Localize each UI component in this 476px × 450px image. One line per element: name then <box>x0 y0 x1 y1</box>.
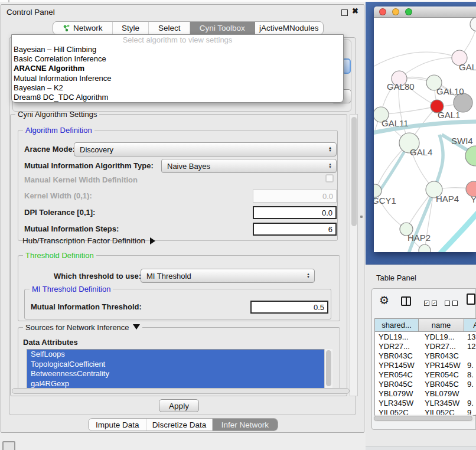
network-edge[interactable] <box>399 58 459 79</box>
tab-infer-network[interactable]: Infer Network <box>213 419 278 431</box>
table-row[interactable]: YDR27...YDR27...12 <box>375 341 476 351</box>
mi-type-select[interactable]: Naive Bayes ▲▼ <box>161 159 337 173</box>
table-row[interactable]: YBR043CYBR043C <box>375 351 476 360</box>
tab-discretize-data[interactable]: Discretize Data <box>146 419 212 431</box>
attribute-item[interactable]: TopologicalCoefficient <box>27 360 324 370</box>
aracne-mode-select[interactable]: Discovery ▲▼ <box>74 142 337 156</box>
dropdown-item[interactable]: Basic Correlation Inference <box>12 54 343 64</box>
which-threshold-label: Which threshold to use: <box>54 272 141 281</box>
group-title: MI Threshold Definition <box>30 285 113 294</box>
column-header[interactable]: name <box>419 319 464 332</box>
checked-box-icon[interactable]: ✓ <box>432 301 437 306</box>
table-row[interactable]: YDL19...YDL19...13 <box>375 332 476 341</box>
node-label: GAL4 <box>410 147 432 157</box>
which-threshold-select[interactable]: MI Threshold ▲▼ <box>141 269 315 283</box>
table-row[interactable]: YER054CYER054C8. <box>375 370 476 379</box>
aracne-mode-label: Aracne Mode: <box>24 145 75 154</box>
close-traffic-light-icon[interactable] <box>379 8 386 15</box>
columns-icon[interactable] <box>401 296 411 306</box>
tab-select[interactable]: Select <box>149 22 190 34</box>
dropdown-item[interactable]: Bayesian – Hill Climbing <box>12 45 343 54</box>
tab-jactivemnodules[interactable]: jActiveMNodules <box>255 22 323 34</box>
dropdown-item[interactable]: Mutual Information Inference <box>12 74 343 83</box>
attribute-item[interactable]: BetweennessCentrality <box>27 369 324 379</box>
table-row[interactable]: YPR145WYPR145W9. <box>375 360 476 370</box>
tab-label: Infer Network <box>221 420 269 429</box>
table-row[interactable]: YBR045CYBR045C9. <box>375 379 476 389</box>
network-window-titlebar[interactable] <box>374 6 476 18</box>
table-row[interactable]: YLR345WYLR345W9. <box>375 398 476 407</box>
manual-kernel-label: Manual Kernel Width Definition <box>24 176 138 184</box>
mi-type-value: Naive Bayes <box>167 162 210 171</box>
dropdown-item[interactable]: ARACNE Algorithm <box>12 64 343 73</box>
node-label: GAL10 <box>436 86 464 96</box>
tab-label: Discretize Data <box>152 420 207 429</box>
dpi-tolerance-input[interactable]: 0.0 <box>253 206 337 219</box>
collapsed-panel-icon[interactable] <box>2 441 15 450</box>
network-edge[interactable] <box>381 106 437 115</box>
network-view-window[interactable]: GALGAL80GAL10GAL1GAL11GAL4SWI4HAP4YGCY1H… <box>374 6 476 252</box>
table-horizontal-scrollbar[interactable] <box>373 415 475 422</box>
list-vertical-scrollbar[interactable] <box>324 349 332 389</box>
cell-value: 13 <box>467 332 475 341</box>
close-icon[interactable]: ✖ <box>352 6 358 15</box>
node-label: GAL11 <box>382 118 409 128</box>
unchecked-box-icon[interactable] <box>445 301 450 306</box>
node-label: SWI4 <box>451 136 473 146</box>
table-body[interactable]: YDL19...YDL19...13YDR27...YDR27...12YBR0… <box>375 332 476 415</box>
attribute-item[interactable]: gal4RGexp <box>27 379 324 389</box>
mi-steps-input[interactable]: 6 <box>253 223 337 236</box>
tab-network[interactable]: Network <box>53 22 113 34</box>
cell-name: YDR27... <box>425 342 456 351</box>
scrollbar-thumb[interactable] <box>374 416 472 421</box>
tab-cyni-toolbox[interactable]: Cyni Toolbox <box>190 22 255 34</box>
node-label: GAL1 <box>438 110 460 120</box>
network-node[interactable] <box>419 244 431 252</box>
tab-style[interactable]: Style <box>113 22 149 34</box>
minimize-traffic-light-icon[interactable] <box>392 8 399 15</box>
gear-icon[interactable]: ⚙ <box>379 295 389 306</box>
panel-sash-handle[interactable] <box>360 216 363 218</box>
float-window-icon[interactable] <box>341 9 348 16</box>
cell-name: YDL19... <box>425 332 455 341</box>
cell-shared-name: YBR045C <box>379 380 413 389</box>
network-canvas[interactable]: GALGAL80GAL10GAL1GAL11GAL4SWI4HAP4YGCY1H… <box>374 18 476 252</box>
cell-name: YBR045C <box>425 380 459 389</box>
cell-shared-name: YBR043C <box>379 351 413 360</box>
scrollbar-thumb[interactable] <box>326 350 331 386</box>
settings-vertical-scrollbar[interactable] <box>350 114 358 396</box>
cell-shared-name: YPR145W <box>379 361 415 370</box>
table-row[interactable]: YBL079WYBL079W <box>375 389 476 398</box>
dropdown-item[interactable]: Dream8 DC_TDC Algorithm <box>12 93 343 102</box>
stepper-arrows-icon: ▲▼ <box>328 163 332 169</box>
network-edge[interactable] <box>374 52 459 68</box>
document-icon[interactable] <box>467 294 475 305</box>
network-graph[interactable]: GALGAL80GAL10GAL1GAL11GAL4SWI4HAP4YGCY1H… <box>374 18 476 252</box>
hub-tf-definition-toggle[interactable]: Hub/Transcription Factor Definition <box>22 236 155 245</box>
cell-value: 9. <box>467 361 474 370</box>
table-row[interactable]: YIL052CYIL052C9 <box>375 407 476 415</box>
data-attributes-list[interactable]: SelfLoopsTopologicalCoefficientBetweenne… <box>27 349 332 389</box>
tab-impute-data[interactable]: Impute Data <box>89 419 146 431</box>
attribute-item[interactable]: SelfLoops <box>27 350 324 360</box>
scrollbar-thumb[interactable] <box>351 117 357 226</box>
cell-name: YBL079W <box>425 389 459 398</box>
zoom-traffic-light-icon[interactable] <box>405 8 412 15</box>
column-header[interactable]: shared... <box>375 319 419 332</box>
network-edge-thick[interactable] <box>438 208 476 252</box>
sources-group: Sources for Network Inference Data Attri… <box>18 327 340 390</box>
apply-button[interactable]: Apply <box>159 399 199 412</box>
manual-kernel-checkbox[interactable] <box>325 174 334 182</box>
mi-threshold-input[interactable]: 0.5 <box>250 301 328 314</box>
unchecked-box-icon[interactable] <box>452 301 458 306</box>
network-node[interactable] <box>470 18 476 31</box>
settings-horizontal-scrollbar[interactable] <box>12 388 350 394</box>
tab-label: Style <box>122 24 139 32</box>
checked-box-icon[interactable]: ✓ <box>424 301 429 306</box>
dropdown-item[interactable]: Bayesian – K2 <box>12 83 343 93</box>
group-title: Algorithm Definition <box>23 126 94 135</box>
expanded-arrow-icon <box>133 324 140 330</box>
data-attributes-label: Data Attributes <box>23 338 78 347</box>
which-threshold-value: MI Threshold <box>146 272 191 281</box>
column-header[interactable]: A <box>464 319 476 332</box>
